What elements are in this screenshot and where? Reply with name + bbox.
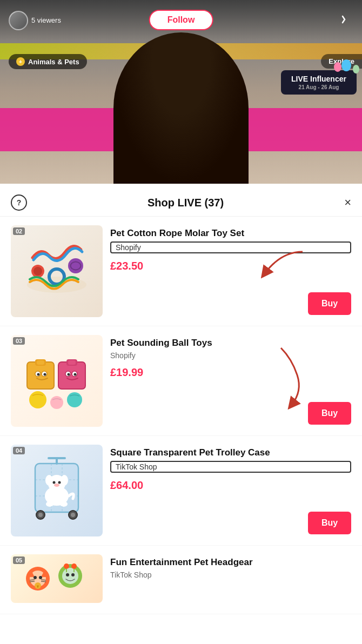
- avatar: [9, 11, 28, 30]
- product-name: Pet Cotton Rope Molar Toy Set: [110, 227, 351, 239]
- product-number: 05: [13, 556, 25, 564]
- shop-title: Shop LIVE (37): [27, 197, 344, 209]
- product-info: Pet Sounding Ball Toys Shopify £19.99: [110, 335, 351, 381]
- svg-rect-16: [68, 360, 76, 365]
- product-price: £23.50: [110, 260, 351, 272]
- product-number: 03: [13, 337, 25, 345]
- svg-rect-13: [58, 362, 85, 389]
- product-number: 04: [13, 447, 25, 454]
- close-shop-icon[interactable]: ×: [344, 196, 351, 210]
- product-info: Fun Entertainment Pet Headgear TikTok Sh…: [110, 554, 351, 586]
- svg-point-39: [38, 513, 43, 517]
- table-row: 02: [0, 217, 362, 326]
- svg-point-12: [44, 373, 46, 376]
- svg-point-2: [33, 267, 42, 276]
- buy-button[interactable]: Buy: [308, 512, 351, 534]
- influencer-badge: LIVE Influencer 21 Aug - 26 Aug: [281, 70, 357, 95]
- product-image: [11, 225, 103, 317]
- svg-point-23: [67, 392, 82, 407]
- buy-button[interactable]: Buy: [308, 402, 351, 425]
- shop-header: ? Shop LIVE (37) ×: [0, 184, 362, 217]
- buy-button[interactable]: Buy: [308, 292, 351, 315]
- svg-point-62: [66, 573, 69, 576]
- svg-point-19: [68, 373, 70, 376]
- table-row: 04: [0, 436, 362, 546]
- svg-point-57: [62, 568, 78, 584]
- svg-point-63: [71, 573, 75, 576]
- svg-point-33: [53, 481, 56, 484]
- product-image-container: 02: [11, 225, 103, 317]
- svg-point-34: [58, 481, 61, 484]
- table-row: 05: [0, 546, 362, 614]
- influencer-date: 21 Aug - 26 Aug: [287, 84, 350, 90]
- product-number: 02: [13, 227, 25, 235]
- product-name: Fun Entertainment Pet Headgear: [110, 556, 351, 568]
- category-tag[interactable]: + Animals & Pets: [9, 54, 87, 69]
- product-list: 02: [0, 217, 362, 614]
- category-dot: +: [16, 57, 25, 66]
- follow-button[interactable]: Follow: [149, 10, 213, 30]
- viewers-info: 5 viewers: [9, 11, 61, 30]
- svg-point-36: [46, 501, 53, 507]
- live-top-bar: 5 viewers Follow: [0, 0, 362, 41]
- svg-point-11: [37, 373, 40, 376]
- help-icon[interactable]: ?: [11, 194, 27, 211]
- svg-point-32: [61, 475, 68, 486]
- category-label: Animals & Pets: [28, 58, 79, 66]
- svg-point-58: [64, 564, 69, 569]
- svg-rect-8: [37, 360, 44, 365]
- product-source: TikTok Shop: [110, 461, 351, 473]
- product-image-container: 04: [11, 445, 103, 536]
- influencer-live-label: LIVE Influencer: [287, 75, 350, 83]
- svg-point-21: [29, 391, 46, 408]
- product-image: [11, 335, 103, 427]
- svg-point-31: [45, 475, 53, 486]
- product-image: [11, 445, 103, 536]
- svg-point-20: [74, 373, 77, 376]
- table-row: 03: [0, 326, 362, 436]
- product-info: Pet Cotton Rope Molar Toy Set Shopify £2…: [110, 225, 351, 274]
- svg-point-35: [54, 484, 59, 487]
- product-price: £19.99: [110, 366, 351, 379]
- viewers-count: 5 viewers: [31, 16, 61, 24]
- product-source: TikTok Shop: [110, 571, 351, 579]
- product-source: Shopify: [110, 242, 351, 253]
- shop-panel: ? Shop LIVE (37) × 02: [0, 184, 362, 644]
- svg-point-59: [71, 564, 77, 569]
- live-stream-header: 5 viewers Follow + Animals & Pets Explor…: [0, 0, 362, 184]
- svg-point-22: [50, 396, 63, 409]
- svg-text:¥: ¥: [37, 585, 39, 588]
- svg-point-37: [60, 501, 68, 507]
- svg-point-41: [71, 513, 75, 517]
- product-name: Square Transparent Pet Trolley Case: [110, 447, 351, 459]
- product-image-container: 03: [11, 335, 103, 427]
- close-live-icon[interactable]: [334, 10, 353, 29]
- product-name: Pet Sounding Ball Toys: [110, 337, 351, 349]
- svg-point-48: [33, 576, 37, 579]
- svg-point-49: [39, 576, 42, 579]
- product-source: Shopify: [110, 351, 351, 360]
- product-price: £64.00: [110, 479, 351, 492]
- product-image-container: 05: [11, 554, 103, 603]
- product-info: Square Transparent Pet Trolley Case TikT…: [110, 445, 351, 494]
- svg-rect-5: [27, 362, 54, 389]
